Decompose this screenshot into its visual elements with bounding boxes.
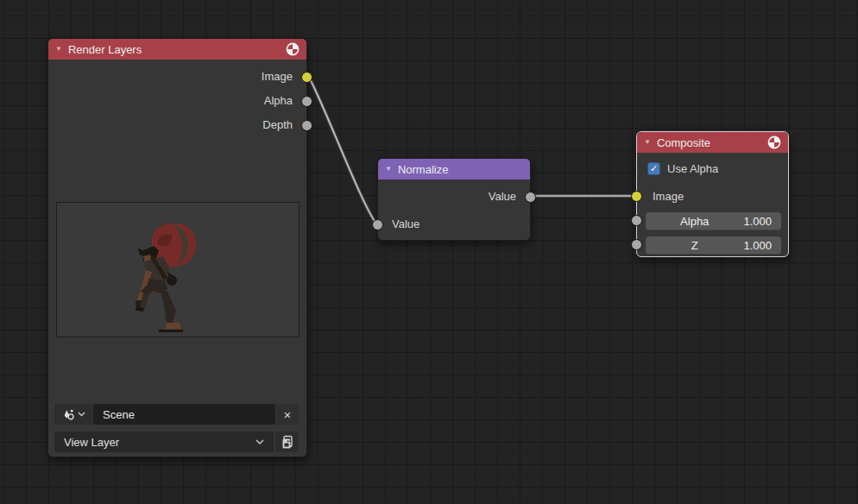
slider-value: 1.000	[743, 215, 781, 228]
node-title: Composite	[657, 136, 761, 149]
scene-icon	[62, 408, 75, 421]
render-layers-header[interactable]: ▼ Render Layers	[48, 39, 306, 60]
input-label: Image	[653, 190, 684, 204]
render-result-icon	[767, 135, 781, 149]
render-layers-icon	[281, 435, 294, 450]
output-label: Alpha	[264, 94, 293, 108]
view-layer-browse-button[interactable]	[275, 432, 299, 452]
z-slider[interactable]: Z 1.000	[646, 236, 781, 255]
scene-name-field[interactable]: Scene	[93, 404, 275, 425]
output-socket-image[interactable]	[301, 72, 312, 83]
view-layer-dropdown[interactable]: View Layer	[54, 432, 274, 452]
slider-label: Alpha	[646, 215, 743, 228]
input-socket-alpha[interactable]	[631, 215, 642, 226]
output-label: Value	[489, 190, 516, 204]
scene-name: Scene	[103, 408, 135, 421]
input-socket-image[interactable]	[631, 191, 642, 202]
input-socket-z[interactable]	[631, 239, 642, 250]
node-title: Render Layers	[68, 43, 280, 56]
use-alpha-checkbox[interactable]: ✓	[647, 162, 660, 175]
slider-label: Z	[646, 239, 743, 252]
close-icon: ×	[284, 407, 292, 422]
collapse-triangle-icon[interactable]: ▼	[385, 166, 392, 173]
node-link[interactable]	[308, 76, 376, 224]
node-editor-canvas[interactable]: ▼ Render Layers Image Alpha Depth	[0, 0, 858, 504]
output-socket-value[interactable]	[525, 192, 536, 203]
use-alpha-label: Use Alpha	[667, 162, 718, 175]
input-socket-value[interactable]	[372, 219, 383, 230]
collapse-triangle-icon[interactable]: ▼	[55, 46, 62, 53]
output-socket-depth[interactable]	[301, 120, 312, 131]
scene-selector-row: Scene ×	[54, 404, 299, 425]
normalize-header[interactable]: ▼ Normalize	[378, 159, 530, 180]
collapse-triangle-icon[interactable]: ▼	[644, 139, 651, 146]
check-icon: ✓	[650, 164, 658, 173]
preview-image	[56, 202, 300, 337]
composite-node[interactable]: ▼ Composite ✓ Use Alpha Image Alpha 1.00…	[636, 131, 789, 257]
render-result-icon	[286, 42, 300, 56]
alpha-slider[interactable]: Alpha 1.000	[646, 212, 781, 230]
chevron-down-icon	[256, 439, 264, 445]
render-layers-node[interactable]: ▼ Render Layers Image Alpha Depth	[47, 38, 307, 457]
output-label: Depth	[262, 118, 293, 132]
scene-browse-button[interactable]	[54, 404, 92, 425]
use-alpha-row: ✓ Use Alpha	[647, 161, 718, 175]
output-socket-alpha[interactable]	[301, 96, 312, 107]
scene-unlink-button[interactable]: ×	[276, 404, 299, 425]
chevron-down-icon	[78, 412, 85, 417]
view-layer-row: View Layer	[54, 432, 299, 452]
node-title: Normalize	[398, 163, 523, 176]
slider-value: 1.000	[743, 239, 781, 252]
composite-header[interactable]: ▼ Composite	[637, 132, 788, 153]
normalize-node[interactable]: ▼ Normalize Value Value	[377, 158, 531, 241]
output-label: Image	[262, 70, 293, 84]
input-label: Value	[392, 217, 420, 231]
view-layer-value: View Layer	[64, 436, 256, 449]
